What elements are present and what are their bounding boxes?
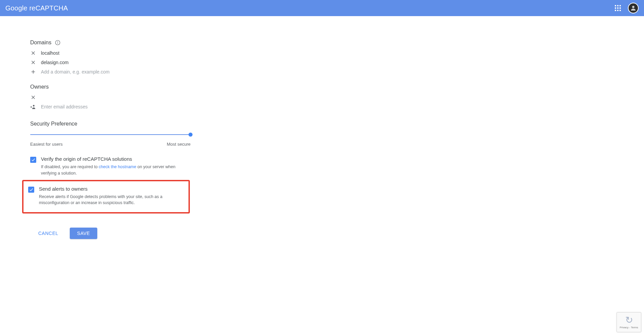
info-icon[interactable] <box>55 40 61 46</box>
domains-label: Domains <box>30 40 51 46</box>
add-domain-input[interactable] <box>41 69 142 75</box>
send-alerts-row: Send alerts to owners Receive alerts if … <box>28 186 185 206</box>
recaptcha-logo-icon: ↻ <box>625 316 633 325</box>
domain-row: delasign.com <box>30 58 235 67</box>
alerts-highlight-box: Send alerts to owners Receive alerts if … <box>22 180 190 214</box>
verify-desc-prefix: If disabled, you are required to <box>41 164 99 169</box>
action-buttons: CANCEL SAVE <box>35 228 235 239</box>
app-title-rest: reCAPTCHA <box>28 4 68 12</box>
close-icon[interactable] <box>30 50 36 56</box>
header-actions <box>614 3 639 13</box>
slider-label-right: Most secure <box>167 142 191 147</box>
svg-point-12 <box>33 105 35 107</box>
slider-thumb[interactable] <box>189 133 193 137</box>
save-button[interactable]: SAVE <box>70 228 97 239</box>
domain-row: localhost <box>30 48 235 58</box>
settings-main: Domains localhost delasign.com Owners <box>0 16 235 239</box>
add-owner-row <box>30 102 235 111</box>
send-alerts-label: Send alerts to owners <box>39 186 183 192</box>
owner-row <box>30 93 235 102</box>
recaptcha-terms: Privacy - Terms <box>620 326 638 329</box>
owners-section-title: Owners <box>30 84 235 90</box>
security-slider[interactable] <box>30 134 191 135</box>
security-label: Security Preference <box>30 121 77 127</box>
send-alerts-checkbox[interactable] <box>28 187 34 193</box>
recaptcha-badge[interactable]: ↻ Privacy - Terms <box>616 312 641 332</box>
app-title-google: Google <box>5 4 28 12</box>
verify-origin-text: Verify the origin of reCAPTCHA solutions… <box>41 156 185 177</box>
close-icon[interactable] <box>30 94 36 100</box>
check-hostname-link[interactable]: check the hostname <box>99 164 136 169</box>
plus-icon[interactable] <box>30 69 36 75</box>
cancel-button[interactable]: CANCEL <box>35 228 62 239</box>
verify-origin-desc: If disabled, you are required to check t… <box>41 164 185 177</box>
owners-label: Owners <box>30 84 49 90</box>
security-section-title: Security Preference <box>30 121 235 127</box>
verify-origin-checkbox[interactable] <box>30 157 36 163</box>
svg-point-3 <box>58 42 58 42</box>
apps-icon[interactable] <box>614 4 622 12</box>
send-alerts-text: Send alerts to owners Receive alerts if … <box>39 186 183 206</box>
slider-labels: Easiest for users Most secure <box>30 142 191 147</box>
send-alerts-desc: Receive alerts if Google detects problem… <box>39 194 183 206</box>
app-title: Google reCAPTCHA <box>5 4 68 12</box>
domains-section-title: Domains <box>30 40 235 46</box>
close-icon[interactable] <box>30 59 36 65</box>
domain-name: localhost <box>41 50 59 56</box>
app-header: Google reCAPTCHA <box>0 0 644 16</box>
avatar[interactable] <box>628 3 639 13</box>
verify-origin-label: Verify the origin of reCAPTCHA solutions <box>41 156 185 162</box>
slider-label-left: Easiest for users <box>30 142 63 147</box>
person-add-icon[interactable] <box>30 104 36 110</box>
domain-name: delasign.com <box>41 60 69 65</box>
slider-track[interactable] <box>30 134 191 135</box>
add-owner-input[interactable] <box>41 104 142 109</box>
verify-origin-row: Verify the origin of reCAPTCHA solutions… <box>30 156 235 177</box>
add-domain-row <box>30 67 235 77</box>
svg-point-0 <box>632 6 635 8</box>
